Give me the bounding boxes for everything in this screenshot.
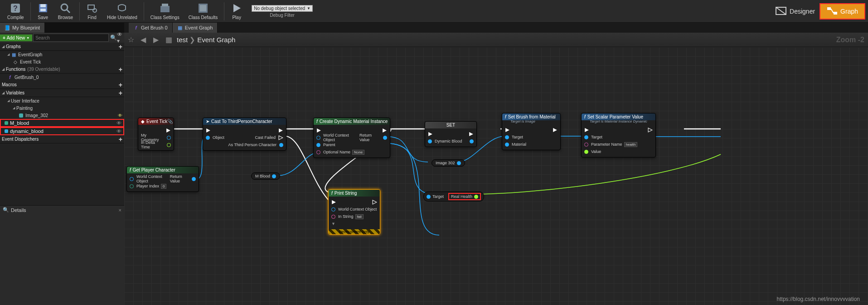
debug-object-select[interactable]: No debug object selected▼ bbox=[252, 5, 313, 12]
tab-getbrush[interactable]: fGet Brush 0 bbox=[129, 23, 173, 33]
class-settings-button[interactable]: Class Settings bbox=[146, 0, 184, 22]
node-image302-var[interactable]: Image 302 bbox=[432, 159, 465, 167]
play-label: Play bbox=[232, 15, 241, 20]
node-get-player-character[interactable]: fGet Player Character World Context Obje… bbox=[126, 166, 199, 192]
exec-out-pin[interactable] bbox=[553, 128, 558, 133]
exec-out-pin[interactable] bbox=[278, 135, 283, 140]
out-pin[interactable] bbox=[192, 177, 196, 181]
in-pin[interactable] bbox=[130, 184, 134, 188]
node-set[interactable]: SET Dynamic Blood bbox=[425, 121, 477, 147]
exec-in-pin[interactable] bbox=[206, 128, 211, 133]
node-print-string[interactable]: fPrint String World Context Object In St… bbox=[328, 189, 380, 235]
exec-in-pin[interactable] bbox=[316, 128, 321, 133]
section-graphs[interactable]: ◢Graphs+ bbox=[0, 43, 124, 51]
out-pin[interactable] bbox=[470, 139, 474, 143]
var-dynamic-blood[interactable]: dynamic_blood👁 bbox=[0, 127, 124, 135]
exec-out-pin[interactable] bbox=[372, 200, 377, 205]
eye-icon[interactable]: 👁 bbox=[116, 128, 121, 134]
graph-tab-button[interactable]: Graph bbox=[820, 3, 865, 20]
node-event-tick[interactable]: ◆Event Tick📎 My Geometry In Delta Time bbox=[138, 118, 174, 151]
add-variable-button[interactable]: + bbox=[119, 89, 122, 97]
out-pin[interactable] bbox=[167, 136, 171, 140]
exec-in-pin[interactable] bbox=[428, 132, 433, 137]
in-pin[interactable] bbox=[584, 143, 588, 147]
exec-out-pin[interactable] bbox=[382, 128, 387, 133]
var-image302[interactable]: Image_302👁 bbox=[0, 112, 124, 119]
in-pin[interactable] bbox=[316, 143, 320, 147]
search-icon[interactable]: 🔍 bbox=[110, 34, 117, 41]
exec-out-pin[interactable] bbox=[278, 128, 283, 133]
close-icon[interactable]: × bbox=[119, 207, 121, 213]
exec-in-pin[interactable] bbox=[331, 200, 336, 205]
node-set-scalar[interactable]: fSet Scalar Parameter Value Target is Ma… bbox=[581, 113, 656, 157]
section-functions[interactable]: ◢Functions(39 Overridable)+ bbox=[0, 65, 124, 74]
details-panel-header[interactable]: 🔍 Details × bbox=[0, 205, 124, 214]
tree-getbrush0[interactable]: fGetBrush_0 bbox=[0, 74, 124, 81]
debug-filter-label: Debug Filter bbox=[270, 13, 294, 18]
in-pin[interactable] bbox=[505, 143, 509, 147]
class-defaults-button[interactable]: Class Defaults bbox=[184, 0, 222, 22]
section-macros[interactable]: Macros+ bbox=[0, 81, 124, 89]
browse-button[interactable]: Browse bbox=[53, 0, 78, 22]
add-graph-button[interactable]: + bbox=[119, 43, 122, 50]
out-pin[interactable] bbox=[279, 143, 283, 147]
add-macro-button[interactable]: + bbox=[119, 81, 122, 89]
in-pin[interactable] bbox=[206, 136, 210, 140]
out-pin[interactable] bbox=[383, 136, 387, 140]
svg-rect-9 bbox=[160, 6, 170, 12]
exec-out-pin[interactable] bbox=[648, 128, 653, 133]
node-real-health[interactable]: Target Real Health bbox=[423, 192, 484, 202]
eye-icon[interactable]: 👁 bbox=[116, 120, 121, 126]
out-pin[interactable] bbox=[167, 143, 171, 147]
browse-icon bbox=[59, 2, 71, 14]
node-set-brush[interactable]: fSet Brush from Material Target is Image… bbox=[502, 113, 561, 150]
in-pin[interactable] bbox=[130, 177, 134, 181]
svg-marker-20 bbox=[206, 128, 210, 133]
tree-user-interface[interactable]: ◢User Interface bbox=[0, 97, 124, 104]
tab-my-blueprint[interactable]: 📘 My Blueprint bbox=[0, 23, 45, 33]
favorite-icon[interactable]: ☆ bbox=[128, 35, 134, 44]
find-button[interactable]: Find bbox=[82, 0, 102, 22]
section-variables[interactable]: ◢Variables+ bbox=[0, 89, 124, 97]
out-pin[interactable] bbox=[272, 174, 276, 178]
play-button[interactable]: Play bbox=[226, 0, 247, 22]
search-input[interactable] bbox=[33, 34, 109, 42]
node-mblood-var[interactable]: M Blood bbox=[251, 172, 280, 180]
graph-canvas[interactable]: ◆Event Tick📎 My Geometry In Delta Time ➤… bbox=[124, 47, 868, 305]
section-event-dispatchers[interactable]: Event Dispatchers+ bbox=[0, 135, 124, 143]
in-pin[interactable] bbox=[316, 150, 320, 154]
tree-event-tick[interactable]: ◇Event Tick bbox=[0, 58, 124, 65]
in-pin[interactable] bbox=[331, 215, 335, 219]
in-pin[interactable] bbox=[505, 135, 509, 139]
in-pin[interactable] bbox=[331, 207, 335, 212]
node-create-dmi[interactable]: fCreate Dynamic Material Instance World … bbox=[313, 118, 390, 158]
tab-event-graph[interactable]: ▦Event Graph bbox=[173, 23, 218, 33]
exec-in-pin[interactable] bbox=[584, 128, 589, 133]
in-pin[interactable] bbox=[427, 195, 431, 199]
in-pin[interactable] bbox=[316, 136, 320, 140]
node-cast[interactable]: ➤Cast To ThirdPersonCharacter ObjectCast… bbox=[203, 118, 286, 151]
in-pin[interactable] bbox=[584, 135, 588, 139]
hide-unrelated-button[interactable]: Hide Unrelated bbox=[102, 0, 142, 22]
add-dispatcher-button[interactable]: + bbox=[119, 136, 122, 143]
exec-in-pin[interactable] bbox=[505, 128, 510, 133]
add-function-button[interactable]: + bbox=[119, 66, 122, 73]
exec-out-pin[interactable] bbox=[469, 132, 474, 137]
save-button[interactable]: Save bbox=[33, 0, 53, 22]
out-pin[interactable] bbox=[474, 195, 478, 199]
nav-fwd-button[interactable]: ▶ bbox=[151, 35, 160, 44]
svg-marker-28 bbox=[553, 128, 557, 132]
in-pin[interactable] bbox=[428, 139, 432, 143]
in-pin[interactable] bbox=[584, 150, 588, 154]
exec-out-pin[interactable] bbox=[166, 128, 171, 133]
out-pin[interactable] bbox=[457, 161, 461, 165]
designer-tab-button[interactable]: Designer bbox=[771, 5, 820, 18]
var-m-blood[interactable]: M_blood👁 bbox=[0, 119, 124, 127]
compile-button[interactable]: ? Compile bbox=[3, 0, 29, 22]
tree-eventgraph[interactable]: ◢▦EventGraph bbox=[0, 51, 124, 58]
eye-icon[interactable]: 👁▾ bbox=[117, 34, 124, 41]
graph-home-icon[interactable]: ▦ bbox=[164, 35, 173, 44]
add-new-button[interactable]: + Add New▼ bbox=[0, 34, 32, 41]
tree-painting[interactable]: ◢Painting bbox=[0, 104, 124, 112]
nav-back-button[interactable]: ◀ bbox=[139, 35, 148, 44]
